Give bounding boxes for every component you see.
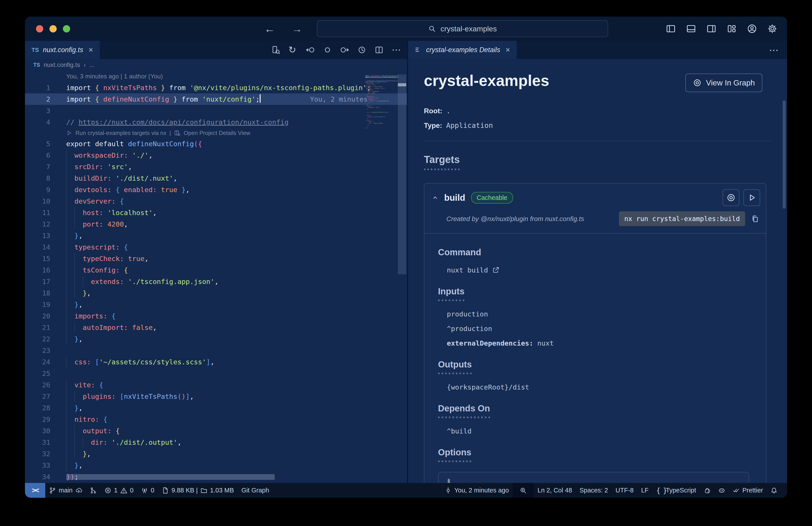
statusbar-blame-status[interactable]: You, 2 minutes ago xyxy=(441,483,512,498)
section-heading: Outputs xyxy=(438,359,472,374)
options-json-editor[interactable]: { "cwd": "."} xyxy=(438,472,749,483)
go-forward-button[interactable]: → xyxy=(292,23,302,35)
view-in-graph-label: View In Graph xyxy=(706,79,755,87)
layout-customize-icon[interactable] xyxy=(727,24,737,34)
next-change-icon[interactable] xyxy=(340,45,349,55)
line-number: 22 xyxy=(25,333,66,345)
target-card-header[interactable]: build Cacheable xyxy=(424,184,766,208)
code-line-10: 10 devServer: { xyxy=(25,196,407,207)
code-line-3: 3 xyxy=(25,105,407,116)
section-item: {workspaceRoot}/dist xyxy=(447,383,757,391)
close-tab-icon[interactable]: × xyxy=(506,45,510,55)
line-number: 20 xyxy=(25,310,66,322)
tab-nuxt-config[interactable]: TS nuxt.config.ts × xyxy=(25,41,100,59)
statusbar-indentation[interactable]: Spaces: 2 xyxy=(576,483,612,498)
settings-gear-icon[interactable] xyxy=(767,24,777,34)
commit-icon xyxy=(445,487,452,494)
view-in-graph-button[interactable]: View In Graph xyxy=(685,73,762,92)
breadcrumb[interactable]: TS nuxt.config.ts › ... xyxy=(25,59,407,71)
command-center-search[interactable]: crystal-examples xyxy=(317,20,608,37)
search-value: crystal-examples xyxy=(440,25,497,33)
code-line-4: 4// https://nuxt.com/docs/api/configurat… xyxy=(25,116,407,128)
editor-cursor-decoration xyxy=(448,479,450,483)
split-editor-icon[interactable] xyxy=(375,45,384,55)
minimap[interactable]: import { nxViteTsPaths } from '@nx/vite/… xyxy=(365,75,398,129)
typescript-file-icon: TS xyxy=(33,62,40,68)
statusbar-branch-status[interactable]: main xyxy=(45,483,86,498)
run-target-button[interactable] xyxy=(743,189,760,206)
statusbar-git-graph[interactable]: Git Graph xyxy=(238,483,273,498)
statusbar-problems[interactable]: 10 xyxy=(101,483,137,498)
previous-change-icon[interactable] xyxy=(306,45,315,55)
statusbar-ports[interactable]: 0 xyxy=(137,483,158,498)
line-number: 29 xyxy=(25,414,66,425)
maximize-window-button[interactable] xyxy=(63,25,70,32)
statusbar-eol[interactable]: LF xyxy=(637,483,652,498)
panel-scrollbar[interactable] xyxy=(783,100,786,209)
codelens-open-details-link[interactable]: Open Project Details View xyxy=(184,128,250,138)
targets-heading: Targets xyxy=(424,154,460,170)
current-change-icon[interactable] xyxy=(323,45,332,55)
statusbar-notifications[interactable] xyxy=(767,483,781,498)
open-changes-icon[interactable] xyxy=(271,45,280,55)
warning-icon xyxy=(120,487,127,494)
tab-project-details[interactable]: crystal-examples Details × xyxy=(408,41,517,59)
statusbar-zoom-status[interactable] xyxy=(512,483,534,498)
code-editor[interactable]: You, 3 minutes ago | 1 author (You)1impo… xyxy=(25,71,407,483)
line-number: 16 xyxy=(25,264,66,276)
layout-sidebar-right-icon[interactable] xyxy=(706,24,716,34)
cloud-upload-icon xyxy=(75,487,82,494)
chevron-up-icon[interactable] xyxy=(432,194,438,201)
account-icon[interactable] xyxy=(747,24,757,34)
external-link-icon[interactable] xyxy=(492,266,499,274)
codelens-run-link[interactable]: Run crystal-examples targets via nx xyxy=(75,128,166,138)
timeline-icon[interactable] xyxy=(357,45,366,55)
details-view-icon[interactable] xyxy=(174,130,181,136)
run-icon[interactable] xyxy=(66,130,72,136)
line-number: 34 xyxy=(25,471,66,483)
statusbar-prettier[interactable]: Prettier xyxy=(729,483,767,498)
breadcrumb-more[interactable]: ... xyxy=(89,61,94,69)
editor-vertical-scrollbar[interactable] xyxy=(398,74,406,274)
statusbar-squirrel-ext[interactable] xyxy=(700,483,714,498)
blame-annotation: You, 3 minutes ago | 1 author (You) xyxy=(25,71,407,82)
statusbar-source-control-graph[interactable] xyxy=(86,483,101,498)
line-number: 11 xyxy=(25,207,66,218)
more-actions-icon[interactable]: ⋯ xyxy=(392,45,401,55)
layout-sidebar-left-icon[interactable] xyxy=(666,24,676,34)
section-heading: Options xyxy=(438,447,471,462)
statusbar-encoding[interactable]: UTF-8 xyxy=(612,483,637,498)
code-line-25: 25 xyxy=(25,368,407,379)
inline-blame-ghost-text: You, 2 minutes ago xyxy=(310,94,369,105)
play-icon xyxy=(747,193,756,202)
copy-icon[interactable] xyxy=(751,215,759,223)
go-back-button[interactable]: ← xyxy=(264,23,275,35)
statusbar-copilot[interactable] xyxy=(714,483,729,498)
statusbar-file-size[interactable]: 9.88 KB |1.03 MB xyxy=(158,483,238,498)
section-item: production xyxy=(447,310,757,318)
minimize-window-button[interactable] xyxy=(49,25,57,32)
line-number: 24 xyxy=(25,356,66,368)
details-tab-bar: crystal-examples Details × ⋯ xyxy=(408,41,787,59)
code-line-28: 28 }, xyxy=(25,402,407,414)
remote-indicator[interactable]: >< xyxy=(25,483,45,498)
title-bar: ← → crystal-examples xyxy=(25,17,787,41)
code-line-5: 5export default defineNuxtConfig({ xyxy=(25,138,407,150)
line-number: 12 xyxy=(25,218,66,230)
section-item[interactable]: nuxt build xyxy=(447,266,757,274)
line-number: 28 xyxy=(25,402,66,414)
view-target-in-graph-button[interactable] xyxy=(723,189,739,206)
discard-icon[interactable]: ↻ xyxy=(288,45,298,55)
line-number: 13 xyxy=(25,230,66,241)
statusbar-cursor-position[interactable]: Ln 2, Col 48 xyxy=(534,483,576,498)
breadcrumb-separator: › xyxy=(84,61,86,69)
statusbar-language-mode[interactable]: { }TypeScript xyxy=(652,483,700,498)
editor-actions: ↻⋯ xyxy=(271,41,407,59)
close-tab-icon[interactable]: × xyxy=(88,45,93,55)
more-actions-icon[interactable]: ⋯ xyxy=(769,44,787,56)
broadcast-tower-icon xyxy=(141,487,148,494)
breadcrumb-file[interactable]: nuxt.config.ts xyxy=(44,61,80,69)
close-window-button[interactable] xyxy=(36,25,43,32)
layout-panel-icon[interactable] xyxy=(686,24,696,34)
editor-horizontal-scrollbar[interactable] xyxy=(66,474,275,480)
